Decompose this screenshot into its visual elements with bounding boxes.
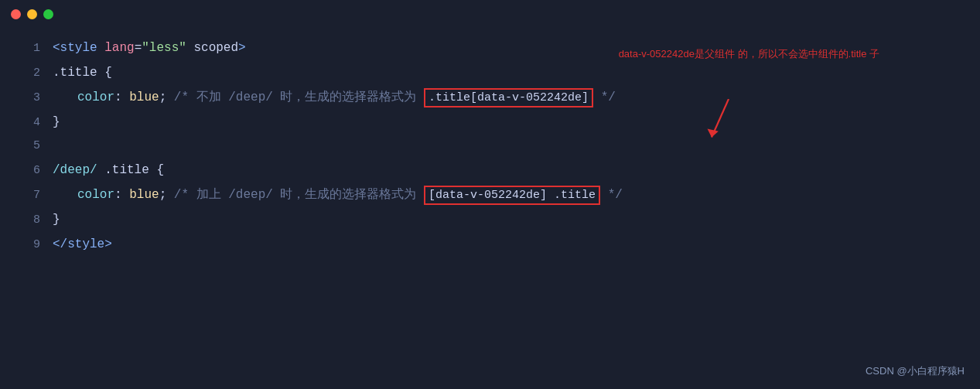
annotation-arrow	[702, 99, 756, 142]
line-num-1: 1	[15, 37, 40, 60]
line-num-5: 5	[15, 135, 40, 158]
watermark: CSDN @小白程序猿H	[866, 364, 965, 378]
line-num-3: 3	[15, 87, 40, 110]
colon: :	[114, 85, 129, 110]
eq: =	[135, 36, 142, 60]
dot-green	[43, 9, 53, 19]
line-num-4: 4	[15, 111, 40, 135]
highlight-box-2: [data-v-052242de] .title	[424, 186, 600, 205]
code-line-2: 2 .title {	[15, 60, 980, 85]
prop-color: color	[77, 85, 114, 110]
line-num-2: 2	[15, 62, 40, 85]
svg-marker-1	[708, 129, 719, 138]
val-blue-2: blue	[129, 183, 159, 207]
title-selector-deep: .title {	[97, 158, 164, 183]
deep-keyword: /deep/	[53, 158, 97, 183]
code-area: 1 <style lang="less" scoped> 2 .title { …	[0, 28, 980, 264]
comment-prefix2: /* 加上 /deep/ 时，生成的选择器格式为	[174, 183, 424, 207]
semi-2: ;	[159, 183, 174, 207]
title-bar	[0, 0, 980, 28]
dot-yellow	[27, 9, 37, 19]
val-blue: blue	[129, 85, 159, 110]
dot-red	[11, 9, 21, 19]
semi: ;	[159, 85, 174, 110]
highlight-box-1: .title[data-v-052242de]	[424, 88, 593, 107]
tag-close-bracket: >	[238, 36, 246, 60]
line-num-6: 6	[15, 159, 40, 183]
val-less: "less"	[142, 36, 186, 60]
line-num-8: 8	[15, 209, 40, 232]
code-line-5: 5	[15, 135, 980, 158]
comment-suffix2: */	[600, 183, 623, 207]
comment-suffix1: */	[593, 85, 616, 110]
code-line-4: 4 }	[15, 110, 980, 135]
tag-open: <style	[53, 36, 104, 60]
close-brace-1: }	[53, 110, 60, 135]
code-line-7: 7 color : blue ; /* 加上 /deep/ 时，生成的选择器格式…	[15, 183, 980, 207]
line-num-7: 7	[15, 184, 40, 207]
code-line-9: 9 </style>	[15, 232, 980, 257]
colon-2: :	[114, 183, 129, 207]
comment-prefix1: /* 不加 /deep/ 时，生成的选择器格式为	[174, 85, 424, 110]
attr-lang: lang	[104, 36, 134, 60]
prop-color-2: color	[77, 183, 114, 207]
scoped: scoped	[186, 36, 238, 60]
code-line-8: 8 }	[15, 207, 980, 232]
style-close-tag: </style>	[53, 232, 112, 257]
title-selector: .title {	[53, 60, 112, 85]
close-brace-2: }	[53, 207, 60, 232]
annotation-text: data-v-052242de是父组件 的，所以不会选中组件的.title 子	[619, 46, 879, 63]
code-line-3: 3 color : blue ; /* 不加 /deep/ 时，生成的选择器格式…	[15, 85, 980, 110]
code-line-6: 6 /deep/ .title {	[15, 158, 980, 183]
line-num-9: 9	[15, 234, 40, 257]
